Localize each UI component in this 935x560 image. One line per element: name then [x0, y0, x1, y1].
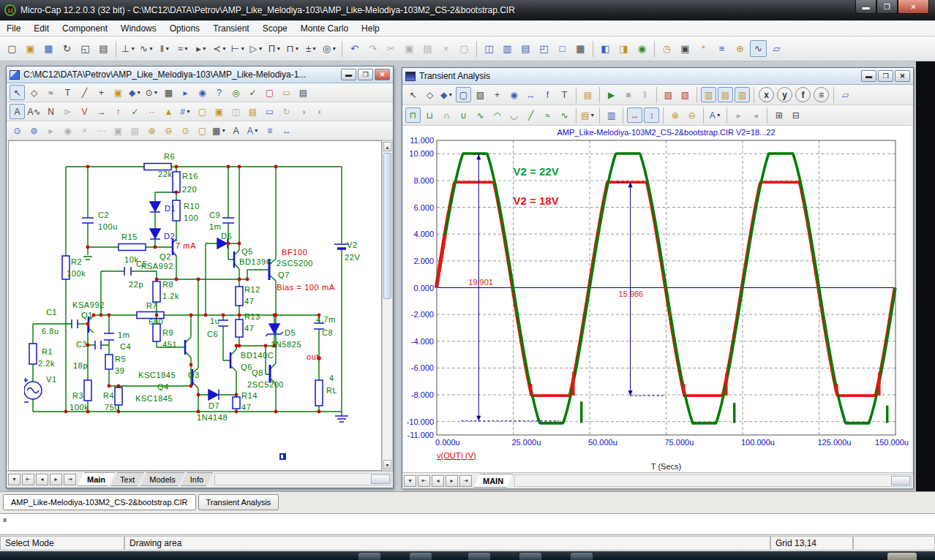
close-search-icon[interactable]: ×: [77, 123, 92, 138]
fx-axis-icon[interactable]: f: [795, 87, 811, 102]
cursor-right-icon[interactable]: ▧: [677, 87, 693, 102]
menu-edit[interactable]: Edit: [27, 21, 56, 36]
bjt-part-icon[interactable]: ≺▼: [211, 40, 228, 57]
dropdown-arrow-icon[interactable]: ▼: [312, 46, 317, 51]
web-icon[interactable]: ◉: [634, 40, 650, 57]
message-close-button[interactable]: x: [3, 516, 7, 523]
shape-icon[interactable]: ◆▼: [439, 87, 454, 102]
dropdown-arrow-icon[interactable]: ▼: [149, 46, 154, 51]
prev-plot-icon[interactable]: ◂: [432, 475, 444, 487]
pin-connections-icon[interactable]: ··: [144, 104, 159, 119]
go-to-high-icon[interactable]: ∩: [439, 107, 454, 123]
ground-part-icon[interactable]: ⊥▼: [120, 40, 137, 57]
scroll-down-icon[interactable]: ▼: [383, 460, 391, 469]
font-icon[interactable]: A: [228, 123, 244, 138]
horizontal-scrollbar[interactable]: [514, 474, 912, 487]
period-icon[interactable]: ∿: [557, 107, 572, 123]
schematic-restore-button[interactable]: ❒: [358, 69, 373, 80]
dropdown-arrow-icon[interactable]: ▼: [254, 128, 259, 133]
select-box-icon[interactable]: ▭: [262, 104, 277, 119]
print-preview-icon[interactable]: ◱: [77, 40, 94, 57]
warning-icon[interactable]: ▲: [161, 104, 176, 119]
performance-tag-icon[interactable]: f: [540, 87, 555, 102]
new-page-icon[interactable]: ▢: [195, 104, 210, 119]
scroll-up-icon[interactable]: ▲: [383, 142, 391, 151]
cut-icon[interactable]: ✂: [383, 40, 399, 57]
analysis-close-button[interactable]: ✕: [895, 70, 910, 82]
region-icon[interactable]: ▭: [279, 85, 294, 100]
grid-icon[interactable]: #▼: [178, 104, 193, 119]
axis-menu-icon[interactable]: ≡: [814, 87, 829, 102]
cascade-windows-icon[interactable]: ◫: [481, 40, 497, 57]
schematic-canvas[interactable]: R622kR16220C2100uD1R10100C91mR1510kD2Q2K…: [8, 140, 382, 471]
numeric-output-icon[interactable]: ▥: [604, 107, 619, 123]
opamp-part-icon[interactable]: ▷▼: [248, 40, 265, 57]
find-wave-icon[interactable]: A∿: [26, 104, 42, 119]
dropdown-arrow-icon[interactable]: ▼: [240, 46, 245, 51]
tokens-icon[interactable]: ▤: [718, 87, 733, 102]
copy-group-icon[interactable]: ▣: [110, 123, 126, 138]
dropdown-arrow-icon[interactable]: ▼: [222, 46, 227, 51]
find-component-icon[interactable]: A: [10, 104, 25, 119]
analysis-minimize-button[interactable]: ▬: [861, 70, 876, 82]
point-tag-icon[interactable]: ◉: [506, 87, 522, 102]
schematic-vscrollbar[interactable]: ▲ ▼: [382, 140, 393, 471]
menu-component[interactable]: Component: [56, 21, 114, 36]
print-icon[interactable]: ▤: [95, 40, 112, 57]
dropdown-arrow-icon[interactable]: ▼: [186, 109, 191, 114]
component-editor-icon[interactable]: ◨: [615, 40, 632, 57]
more-icon[interactable]: ⋯: [94, 123, 109, 138]
redo-icon[interactable]: ↷: [364, 40, 381, 57]
select-all-icon[interactable]: ▢: [456, 40, 473, 57]
schematic-window[interactable]: C:\MC12\DATA\Petrov\AMP_Like_Melodiya-10…: [6, 66, 394, 488]
info-icon[interactable]: ◉: [195, 85, 210, 100]
calculator-icon[interactable]: ▦: [572, 40, 589, 57]
inflection-icon[interactable]: ∿: [473, 107, 488, 123]
tile-horizontal-icon[interactable]: ▤: [517, 40, 534, 57]
schematic-titlebar[interactable]: C:\MC12\DATA\Petrov\AMP_Like_Melodiya-10…: [7, 67, 393, 83]
paste-icon[interactable]: ▤: [419, 40, 436, 57]
color-font-icon[interactable]: A▼: [245, 123, 260, 138]
data-points-icon[interactable]: ▥: [701, 87, 716, 102]
maximize-window-icon[interactable]: □: [554, 40, 571, 57]
dropdown-arrow-icon[interactable]: ▼: [716, 113, 721, 118]
goto-icon[interactable]: ▸: [43, 123, 59, 138]
stop-icon[interactable]: ■: [620, 87, 636, 102]
cursor-mode-icon[interactable]: +: [489, 87, 505, 102]
dropdown-arrow-icon[interactable]: ▼: [136, 90, 141, 95]
link-icon[interactable]: ◎: [228, 85, 244, 100]
edit-icon[interactable]: ▱: [838, 87, 853, 102]
mirror-icon[interactable]: ◑: [296, 104, 311, 119]
restore-button[interactable]: ❒: [876, 0, 898, 14]
tile-vertical-icon[interactable]: ▥: [499, 40, 516, 57]
menu-windows[interactable]: Windows: [114, 21, 163, 36]
line-mode-icon[interactable]: ╱: [77, 85, 92, 100]
align-icon[interactable]: ≡: [262, 123, 277, 138]
menu-transient[interactable]: Transient: [206, 21, 256, 36]
join-plot-icon[interactable]: ⊟: [788, 107, 803, 123]
text-page-icon[interactable]: ▣: [211, 104, 227, 119]
note-icon[interactable]: ▤: [296, 85, 311, 100]
copy-icon[interactable]: ▣: [401, 40, 418, 57]
x-axis-icon[interactable]: x: [759, 87, 774, 102]
pause-icon[interactable]: ‖: [637, 87, 653, 102]
help-mode-icon[interactable]: ?: [211, 85, 227, 100]
flow-icon[interactable]: ▸: [178, 85, 193, 100]
ruler-icon[interactable]: ▥: [735, 87, 750, 102]
pan-mode-icon[interactable]: ◇: [26, 85, 42, 100]
mosfet-part-icon[interactable]: ⊢▼: [230, 40, 247, 57]
analysis-restore-button[interactable]: ❒: [878, 70, 893, 82]
plot-dropdown-icon[interactable]: ▾: [404, 475, 416, 487]
zoom-in-icon[interactable]: ⊕: [667, 107, 683, 123]
menu-monte-carlo[interactable]: Monte Carlo: [294, 21, 355, 36]
text-mode-icon[interactable]: T: [557, 87, 572, 102]
sine-source-part-icon[interactable]: ◎▼: [321, 40, 338, 57]
diode-part-icon[interactable]: ▸▼: [193, 40, 210, 57]
node-numbers-icon[interactable]: N: [43, 104, 59, 119]
resistor-part-icon[interactable]: ∿▼: [138, 40, 155, 57]
menu-help[interactable]: Help: [355, 21, 386, 36]
shortcuts-icon[interactable]: ≡: [713, 40, 730, 57]
disable-icon[interactable]: ▢: [262, 85, 277, 100]
tools-icon[interactable]: ⊕: [732, 40, 748, 57]
view-mode-icon[interactable]: ▦▼: [211, 123, 227, 138]
